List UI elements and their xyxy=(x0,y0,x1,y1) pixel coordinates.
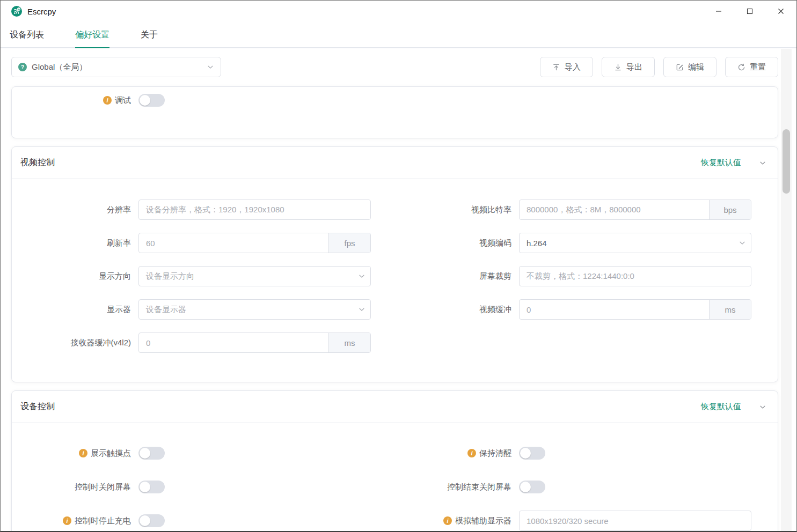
debug-card: i 调试 xyxy=(11,86,778,138)
info-icon: i xyxy=(467,449,476,457)
select-field: 设备显示器 xyxy=(138,299,371,320)
device-control-body: i展示触摸点控制时关闭屏幕i控制时停止充电i保持清醒控制结束关闭屏幕i模拟辅助显… xyxy=(12,423,778,532)
svg-text:?: ? xyxy=(21,64,24,70)
form-column-left: 分辨率设备分辨率，格式：1920，1920x1080刷新率60fps显示方向设备… xyxy=(12,200,378,366)
field-label: 视频缓冲 xyxy=(479,305,511,315)
input-unit-suffix: ms xyxy=(709,300,751,319)
text-input[interactable]: 60fps xyxy=(138,233,371,253)
input-placeholder: 设备显示器 xyxy=(139,300,353,319)
text-input[interactable]: 不裁剪，格式：1224:1440:0:0 xyxy=(519,266,751,286)
input-placeholder: 设备分辨率，格式：1920，1920x1080 xyxy=(139,200,370,219)
text-input[interactable]: 8000000，格式：8M，8000000bps xyxy=(519,200,751,220)
toolbar-button-0[interactable]: 导入 xyxy=(540,57,593,77)
tab-1[interactable]: 偏好设置 xyxy=(60,22,125,48)
refresh-icon xyxy=(737,63,745,71)
form-row: i展示触摸点 xyxy=(12,447,378,460)
input-placeholder: 60 xyxy=(139,233,328,253)
form-column-right: i保持清醒控制结束关闭屏幕i模拟辅助显示器1080x1920/320 secur… xyxy=(392,447,759,532)
scrollbar-thumb[interactable] xyxy=(783,129,790,194)
scope-select[interactable]: ? Global（全局） xyxy=(11,57,221,77)
app-logo-icon xyxy=(11,6,22,17)
field-label-box: i模拟辅助显示器 xyxy=(392,516,519,526)
toggle-switch[interactable] xyxy=(519,447,545,460)
video-control-header[interactable]: 视频控制 恢复默认值 xyxy=(12,147,778,179)
upload-icon xyxy=(552,63,560,71)
form-row: 显示方向设备显示方向 xyxy=(12,266,378,286)
form-row: i控制时停止充电 xyxy=(12,514,378,527)
toolbar-button-2[interactable]: 编辑 xyxy=(663,57,716,77)
chevron-down-icon[interactable] xyxy=(759,403,766,411)
field-label: 展示触摸点 xyxy=(91,448,131,459)
select-input[interactable]: 设备显示器 xyxy=(138,299,371,320)
chevron-down-icon xyxy=(734,233,751,253)
select-field: h.264 xyxy=(519,233,751,253)
form-row: 控制时关闭屏幕 xyxy=(12,481,378,493)
field-label-box: 控制时关闭屏幕 xyxy=(12,482,138,492)
tab-label: 设备列表 xyxy=(10,29,44,41)
field-label: 屏幕裁剪 xyxy=(479,271,511,282)
chevron-down-icon xyxy=(353,267,370,286)
section-title: 设备控制 xyxy=(20,401,55,412)
minimize-button[interactable] xyxy=(703,1,734,22)
titlebar: Escrcpy xyxy=(1,1,796,22)
field-label-box: 控制结束关闭屏幕 xyxy=(392,482,519,492)
text-input[interactable]: 设备分辨率，格式：1920，1920x1080 xyxy=(138,200,371,220)
input-placeholder: 不裁剪，格式：1224:1440:0:0 xyxy=(520,267,751,286)
field-label-box: 视频比特率 xyxy=(392,205,519,215)
toolbar-button-label: 编辑 xyxy=(688,62,704,72)
debug-toggle-switch[interactable] xyxy=(138,94,165,107)
restore-defaults-link[interactable]: 恢复默认值 xyxy=(701,158,741,168)
text-input[interactable]: 0ms xyxy=(519,299,751,320)
window-controls xyxy=(703,1,796,22)
select-input[interactable]: h.264 xyxy=(519,233,751,253)
field-label: 控制结束关闭屏幕 xyxy=(447,482,511,492)
edit-icon xyxy=(676,63,684,71)
toolbar-button-3[interactable]: 重置 xyxy=(725,57,778,77)
input-field: 8000000，格式：8M，8000000bps xyxy=(519,200,751,220)
toggle-switch[interactable] xyxy=(138,481,165,493)
info-icon: i xyxy=(63,516,71,525)
text-input[interactable]: 0ms xyxy=(138,332,371,353)
device-control-header[interactable]: 设备控制 恢复默认值 xyxy=(12,391,778,423)
input-field: 不裁剪，格式：1224:1440:0:0 xyxy=(519,266,751,286)
restore-defaults-link[interactable]: 恢复默认值 xyxy=(701,402,741,412)
info-icon: i xyxy=(443,516,452,525)
field-label-box: 显示方向 xyxy=(12,271,138,282)
toggle-switch[interactable] xyxy=(519,481,545,493)
toggle-switch[interactable] xyxy=(138,447,165,460)
tab-0[interactable]: 设备列表 xyxy=(10,22,60,48)
maximize-button[interactable] xyxy=(734,1,765,22)
field-label-box: i展示触摸点 xyxy=(12,448,138,459)
section-title: 视频控制 xyxy=(20,157,55,168)
debug-label: 调试 xyxy=(115,95,131,106)
tab-2[interactable]: 关于 xyxy=(125,22,173,48)
field-label: 视频编码 xyxy=(479,238,511,248)
chevron-down-icon[interactable] xyxy=(759,159,766,167)
text-input[interactable]: 1080x1920/320 secure xyxy=(519,511,751,531)
info-icon: i xyxy=(103,96,112,105)
form-row: 视频缓冲0ms xyxy=(392,299,759,320)
toggle-switch[interactable] xyxy=(138,514,165,527)
form-row: 屏幕裁剪不裁剪，格式：1224:1440:0:0 xyxy=(392,266,759,286)
close-button[interactable] xyxy=(765,1,796,22)
form-row: 接收器缓冲(v4l2)0ms xyxy=(12,332,378,353)
input-placeholder: 8000000，格式：8M，8000000 xyxy=(520,200,709,219)
input-field: 60fps xyxy=(138,233,371,253)
field-label: 控制时关闭屏幕 xyxy=(75,482,131,492)
toolbar-button-1[interactable]: 导出 xyxy=(602,57,655,77)
debug-row: i 调试 xyxy=(12,94,778,107)
scrollbar-track[interactable] xyxy=(781,49,792,531)
field-label: 视频比特率 xyxy=(471,205,511,215)
field-label: 显示方向 xyxy=(99,271,131,282)
download-icon xyxy=(614,63,622,71)
field-label: 刷新率 xyxy=(107,238,131,248)
field-label-box: 视频编码 xyxy=(392,238,519,248)
form-row: 视频编码h.264 xyxy=(392,233,759,253)
input-unit-suffix: ms xyxy=(328,333,370,352)
info-icon: i xyxy=(79,449,87,457)
video-control-section: 视频控制 恢复默认值 分辨率设备分辨率，格式：1920，1920x1080刷新率… xyxy=(11,146,778,382)
field-label-box: 屏幕裁剪 xyxy=(392,271,519,282)
toolbar-button-label: 重置 xyxy=(750,62,766,72)
field-label-box: i控制时停止充电 xyxy=(12,516,138,526)
select-input[interactable]: 设备显示方向 xyxy=(138,266,371,286)
